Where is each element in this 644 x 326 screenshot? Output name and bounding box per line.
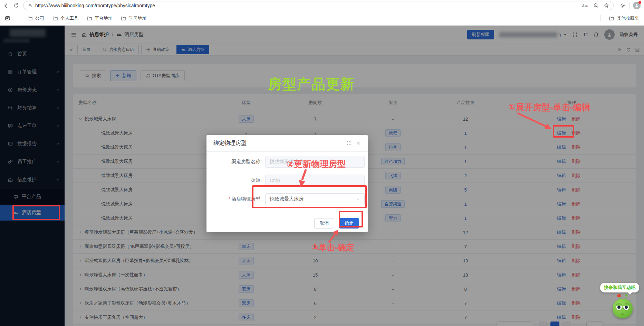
folder-icon [121, 16, 126, 21]
address-bar[interactable]: https://www.hiiibooking.com/roomtype/phy… [23, 1, 614, 10]
person-icon [634, 3, 639, 8]
annotation-box-edit-link [553, 125, 574, 138]
app-window: 首页订单管理房价房态财务结算点评工单数据报告员工推广信息维护 平台产品酒店房型 … [0, 26, 644, 326]
folder-icon [609, 16, 614, 21]
folder-icon [27, 16, 33, 21]
bookmark-folder-2[interactable]: 个人工具 [52, 15, 78, 21]
field-label: 渠道房型名称: [206, 159, 265, 165]
bookmark-folder-3[interactable]: 平台地址 [87, 15, 113, 21]
other-bookmarks-folder[interactable]: 其他收藏夹 [609, 15, 639, 21]
annotation-arrow-step1 [515, 111, 554, 133]
annotation-page-title: 房型产品更新 [268, 75, 355, 94]
bookmarks-bar: 公司个人工具平台地址学习地址 其他收藏夹 [0, 11, 644, 26]
divider [629, 2, 629, 9]
url-text[interactable]: https://www.hiiibooking.com/roomtype/phy… [35, 3, 155, 8]
settings-icon[interactable] [620, 3, 626, 9]
other-bookmarks-label: 其他收藏夹 [617, 15, 639, 21]
lock-icon [28, 3, 32, 8]
annotation-box-sidebar-room-type [12, 205, 60, 220]
folder-icon [52, 16, 58, 21]
bookmark-folder-1[interactable]: 公司 [27, 15, 44, 21]
divider [600, 15, 600, 21]
bookmark-folder-4[interactable]: 学习地址 [121, 15, 147, 21]
back-icon[interactable] [3, 3, 9, 9]
translate-icon[interactable]: aぁ [582, 3, 589, 8]
modal-maximize-icon[interactable] [346, 141, 351, 146]
zoom-out-icon[interactable] [593, 3, 599, 8]
modal-title: 绑定物理房型 [213, 140, 247, 147]
divider [19, 15, 19, 21]
annotation-box-confirm-button [339, 211, 363, 227]
modal-field-2: 渠道:Ctrip [206, 175, 368, 186]
field-input: Ctrip [265, 175, 365, 186]
mascot-assistant[interactable] [613, 295, 633, 318]
mascot-hat [617, 294, 621, 297]
mascot-body [613, 299, 633, 318]
annotation-arrow-step2 [292, 168, 311, 189]
annotation-arrow-step3 [324, 227, 345, 244]
profile-avatar[interactable] [633, 2, 641, 9]
folder-icon [87, 16, 92, 21]
modal-close-icon[interactable] [356, 141, 361, 146]
cancel-button[interactable]: 取消 [314, 218, 334, 229]
field-label: 渠道: [206, 177, 265, 184]
mascot-bubble[interactable]: 快来和我互动吧 [600, 283, 639, 292]
refresh-icon[interactable] [13, 3, 19, 8]
reading-list-icon[interactable] [5, 16, 10, 21]
favorite-star-icon[interactable] [604, 3, 609, 8]
browser-toolbar: https://www.hiiibooking.com/roomtype/phy… [0, 0, 644, 11]
notification-dot [638, 1, 641, 4]
